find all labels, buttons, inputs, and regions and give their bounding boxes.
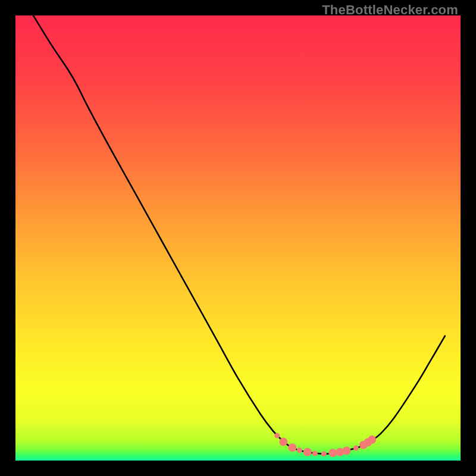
curve-marker <box>328 449 337 457</box>
curve-marker <box>274 433 280 439</box>
curve-marker <box>279 438 287 446</box>
curve-marker <box>297 447 302 453</box>
bottleneck-chart <box>15 15 461 461</box>
curve-marker <box>288 443 296 452</box>
curve-marker <box>312 451 318 456</box>
curve-marker <box>321 451 327 456</box>
curve-marker <box>353 446 359 451</box>
curve-marker <box>343 447 351 455</box>
gradient-background <box>15 15 461 461</box>
plot-frame <box>15 15 461 461</box>
curve-marker <box>368 436 376 444</box>
curve-marker <box>303 448 312 456</box>
